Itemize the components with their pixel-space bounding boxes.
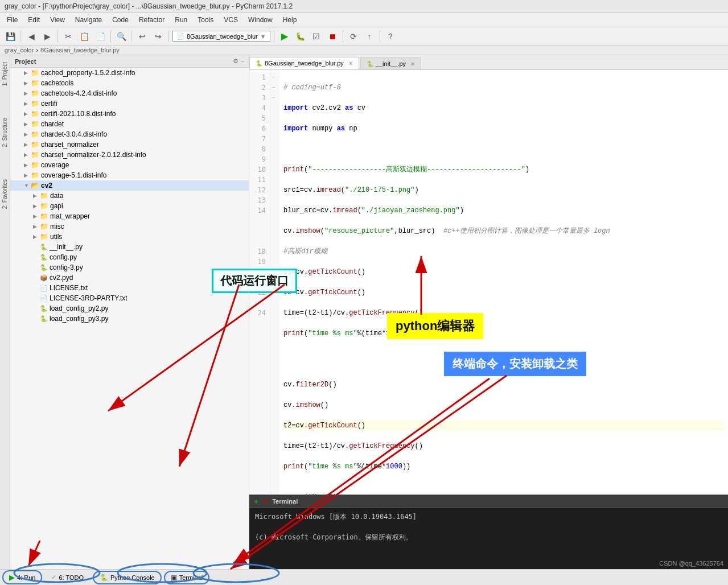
menu-file[interactable]: File	[2, 14, 22, 26]
code-editor[interactable]: 12345 678910 11121314 --- 181920 2122-24…	[249, 70, 728, 495]
toolbar: 💾 ◀ ▶ ✂ 📋 📄 🔍 ↩ ↪ 📄 8Gaussian_twoedge_bl…	[0, 27, 728, 46]
menu-navigate[interactable]: Navigate	[71, 14, 106, 26]
menu-refactor[interactable]: Refactor	[134, 14, 169, 26]
toolbar-paste-btn[interactable]: 📄	[93, 30, 107, 43]
tree-item[interactable]: ▶ 📁 coverage-5.1.dist-info	[10, 170, 249, 180]
help-btn[interactable]: ?	[384, 30, 397, 43]
tree-item[interactable]: ▶ 📁 data	[10, 191, 249, 201]
title-bar: gray_color - [F:\pythonProject\gray_colo…	[0, 0, 728, 13]
editor-area: 🐍 8Gaussian_twoedge_blur.py ✕ 🐍 __init__…	[249, 55, 728, 585]
toolbar-sep-7	[343, 31, 343, 42]
tree-item-name: LICENSE.txt	[50, 284, 88, 292]
project-collapse-icon[interactable]: −	[241, 57, 244, 65]
line-numbers: 12345 678910 11121314 --- 181920 2122-24	[249, 70, 271, 495]
run-btn[interactable]: ▶	[278, 30, 291, 43]
tab-close-gaussian[interactable]: ✕	[348, 60, 353, 67]
menu-edit[interactable]: Edit	[23, 14, 44, 26]
toolbar-find-btn[interactable]: 🔍	[114, 30, 128, 43]
tree-item[interactable]: 🐍 config.py	[10, 252, 249, 262]
tree-item[interactable]: ▶ 📁 cached_property-1.5.2.dist-info	[10, 68, 249, 78]
toolbar-sep-6	[274, 31, 274, 42]
tree-item[interactable]: 🐍 __init__.py	[10, 242, 249, 252]
sidebar-structure-label[interactable]: 2: Structure	[1, 113, 9, 152]
tree-item-name: cv2.pyd	[50, 274, 73, 282]
tree-item-name: cachetools-4.2.4.dist-info	[41, 89, 117, 97]
breadcrumb-file[interactable]: 8Gaussian_twoedge_blur.py	[40, 47, 120, 53]
vcs-commit-btn[interactable]: ↑	[363, 30, 376, 43]
todo-label: 6: TODO	[59, 574, 84, 581]
menu-help[interactable]: Help	[278, 14, 302, 26]
stop-btn[interactable]: ⏹	[326, 30, 339, 43]
tab-label-gaussian: 8Gaussian_twoedge_blur.py	[265, 60, 344, 67]
tree-item[interactable]: ▶ 📁 utils	[10, 232, 249, 242]
toolbar-save-btn[interactable]: 💾	[3, 30, 17, 43]
tree-item[interactable]: 🐍 config-3.py	[10, 262, 249, 273]
sidebar-project-label[interactable]: 1: Project	[1, 57, 9, 90]
terminal-close-btn[interactable]: ✕	[262, 497, 269, 506]
toolbar-redo-btn[interactable]: ↪	[151, 30, 165, 43]
tree-item-name: load_config_py2.py	[50, 304, 108, 312]
toolbar-copy-btn[interactable]: 📋	[77, 30, 91, 43]
tab-init[interactable]: 🐍 __init__.py ✕	[360, 57, 421, 69]
coverage-btn[interactable]: ☑	[310, 30, 323, 43]
tree-item[interactable]: ▶ 📁 chardet-3.0.4.dist-info	[10, 129, 249, 139]
menu-run[interactable]: Run	[170, 14, 192, 26]
debug-btn[interactable]: 🐛	[294, 30, 307, 43]
run-label: 4: Run	[17, 574, 35, 581]
tab-icon-gaussian: 🐍	[256, 60, 262, 67]
tree-item[interactable]: ▶ 📁 coverage	[10, 160, 249, 170]
bottom-tab-run[interactable]: ▶ 4: Run	[2, 570, 42, 584]
toolbar-sep-1	[20, 31, 21, 42]
tree-item[interactable]: 🐍 load_config_py3.py	[10, 314, 249, 324]
toolbar-forward-btn[interactable]: ▶	[40, 30, 54, 43]
tree-item[interactable]: ▶ 📁 certifi-2021.10.8.dist-info	[10, 109, 249, 119]
tree-item[interactable]: ▶ 📁 chardet	[10, 119, 249, 129]
tree-item[interactable]: 🐍 load_config_py2.py	[10, 303, 249, 314]
vcs-update-btn[interactable]: ⟳	[347, 30, 360, 43]
menu-view[interactable]: View	[46, 14, 69, 26]
tree-item-name: data	[50, 192, 63, 200]
project-header-actions: ⚙ −	[233, 57, 244, 65]
breadcrumb-project[interactable]: gray_color	[5, 47, 34, 53]
tab-gaussian[interactable]: 🐍 8Gaussian_twoedge_blur.py ✕	[249, 57, 359, 69]
toolbar-undo-btn[interactable]: ↩	[135, 30, 149, 43]
terminal-line-1: Microsoft Windows [版本 10.0.19043.1645]	[255, 512, 722, 522]
code-content[interactable]: # coding=utf-8 import cv2.cv2 as cv impo…	[279, 70, 728, 495]
tree-item-name: mat_wrapper	[50, 212, 90, 220]
tree-item[interactable]: ▶ 📁 cachetools-4.2.4.dist-info	[10, 88, 249, 98]
terminal-icon: ▣	[171, 574, 177, 582]
tree-item[interactable]: 📄 LICENSE-3RD-PARTY.txt	[10, 293, 249, 303]
menu-code[interactable]: Code	[108, 14, 133, 26]
tree-item[interactable]: ▶ 📁 mat_wrapper	[10, 211, 249, 221]
menu-tools[interactable]: Tools	[193, 14, 218, 26]
toolbar-back-btn[interactable]: ◀	[24, 30, 38, 43]
bottom-tab-todo[interactable]: ✓ 6: TODO	[44, 571, 91, 584]
tree-item[interactable]: 📦 cv2.pyd	[10, 273, 249, 283]
bottom-tab-console[interactable]: 🐍 Python Console	[93, 571, 162, 584]
run-config-icon: 📄	[176, 32, 184, 40]
tree-item[interactable]: 📄 LICENSE.txt	[10, 283, 249, 293]
terminal-line-2: (c) Microsoft Corporation。保留所有权利。	[255, 532, 722, 542]
tree-item-cv2[interactable]: ▼ 📂 cv2	[10, 180, 249, 191]
tab-close-init[interactable]: ✕	[410, 61, 415, 67]
bottom-tab-terminal[interactable]: ▣ Terminal	[164, 571, 210, 584]
tree-item[interactable]: ▶ 📁 cachetools	[10, 78, 249, 88]
tree-item[interactable]: ▶ 📁 charset_normalizer-2.0.12.dist-info	[10, 150, 249, 160]
tree-item-name: gapi	[50, 202, 63, 210]
tree-item-name: charset_normalizer-2.0.12.dist-info	[41, 151, 146, 159]
tree-item[interactable]: ▶ 📁 charset_normalizer	[10, 139, 249, 150]
menu-vcs[interactable]: VCS	[219, 14, 242, 26]
tree-item[interactable]: ▶ 📁 gapi	[10, 201, 249, 211]
tab-label-init: __init__.py	[376, 60, 406, 67]
menu-window[interactable]: Window	[244, 14, 277, 26]
tree-item-name: certifi	[41, 100, 57, 108]
toolbar-cut-btn[interactable]: ✂	[61, 30, 75, 43]
tree-item[interactable]: ▶ 📁 misc	[10, 221, 249, 232]
project-gear-icon[interactable]: ⚙	[233, 57, 238, 65]
run-config-selector[interactable]: 📄 8Gaussian_twoedge_blur ▼	[172, 31, 270, 42]
sidebar-favorites-label[interactable]: 2: Favorites	[1, 175, 9, 213]
terminal-add-btn[interactable]: +	[254, 497, 258, 506]
tree-item[interactable]: ▶ 📁 certifi	[10, 98, 249, 109]
bottom-bar: ▶ 4: Run ✓ 6: TODO 🐍 Python Console ▣ Te…	[0, 569, 728, 585]
terminal-line-3	[255, 553, 722, 563]
